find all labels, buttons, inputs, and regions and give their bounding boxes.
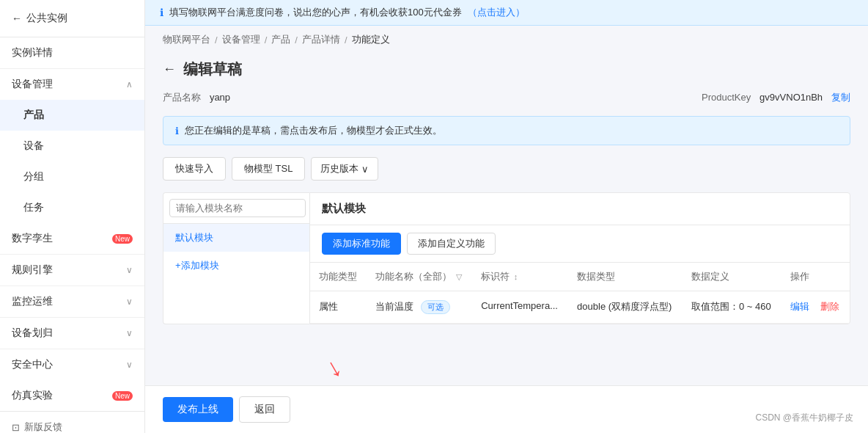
info-icon: ℹ <box>160 7 163 18</box>
sidebar-item-assign[interactable]: 设备划归 ∨ <box>0 317 144 349</box>
tab-add-custom[interactable]: 添加自定义功能 <box>407 233 496 255</box>
notice-bar: ℹ 填写物联网平台满意度问卷，说出您的心声，有机会收获100元代金券 （点击进入… <box>145 0 868 26</box>
col-name: 功能名称（全部） ▽ <box>367 263 472 291</box>
breadcrumb-iot[interactable]: 物联网平台 <box>163 33 210 46</box>
table-container: 功能类型 功能名称（全部） ▽ 标识符 ↕ 数据类型 数 <box>310 263 850 324</box>
draft-info-icon: ℹ <box>175 125 179 137</box>
right-panel: 默认模块 添加标准功能 添加自定义功能 功能类型 功能名称（全部） ▽ <box>309 192 850 324</box>
product-name-label: 产品名称 <box>163 92 201 103</box>
left-panel: 🔍 + 默认模块 +添加模块 <box>163 192 309 324</box>
chevron-up-icon: ∧ <box>126 79 133 90</box>
product-name-section: 产品名称 yanp <box>163 91 230 104</box>
cell-name: 当前温度 可选 <box>367 291 472 324</box>
right-panel-title: 默认模块 <box>310 193 850 225</box>
sidebar-item-task[interactable]: 任务 <box>0 192 144 223</box>
col-identifier: 标识符 ↕ <box>472 263 568 291</box>
title-back-arrow[interactable]: ← <box>163 62 176 77</box>
sidebar-item-sim[interactable]: 仿真实验 New <box>0 380 144 411</box>
col-actions: 操作 <box>781 263 850 291</box>
feedback-icon: ⊡ <box>12 422 20 433</box>
sidebar-back-label: 公共实例 <box>26 12 67 25</box>
page-content-area: ← 编辑草稿 产品名称 yanp ProductKey gv9vVNO1nBh … <box>145 54 868 385</box>
two-panel-area: 🔍 + 默认模块 +添加模块 默认模块 添加标准功能 添加自定义功能 <box>163 192 850 324</box>
module-search-row: 🔍 + <box>163 193 309 224</box>
sidebar-header[interactable]: ← 公共实例 <box>0 0 144 37</box>
col-data-type: 数据类型 <box>568 263 683 291</box>
new-badge-sim: New <box>112 391 133 401</box>
cell-data-type: double (双精度浮点型) <box>568 291 683 324</box>
product-name-value: yanp <box>210 92 230 103</box>
chevron-down-icon: ∨ <box>126 360 133 370</box>
table-header-row: 功能类型 功能名称（全部） ▽ 标识符 ↕ 数据类型 数 <box>310 263 850 291</box>
chevron-down-icon: ∨ <box>126 328 133 338</box>
breadcrumb-device-mgmt[interactable]: 设备管理 <box>222 33 260 46</box>
publish-button[interactable]: 发布上线 <box>163 397 233 422</box>
sidebar-feedback[interactable]: ⊡ 新版反馈 <box>0 411 144 433</box>
tab-add-standard[interactable]: 添加标准功能 <box>322 233 401 255</box>
new-badge: New <box>112 234 133 244</box>
cell-identifier: CurrentTempera... <box>472 291 568 324</box>
page-title: 编辑草稿 <box>183 59 242 79</box>
sidebar-item-product[interactable]: 产品 <box>0 100 144 131</box>
page-title-row: ← 编辑草稿 <box>163 54 850 79</box>
sidebar-item-device[interactable]: 设备 <box>0 131 144 161</box>
feature-table: 功能类型 功能名称（全部） ▽ 标识符 ↕ 数据类型 数 <box>310 263 850 324</box>
notice-text: 填写物联网平台满意度问卷，说出您的心声，有机会收获100元代金券 <box>169 6 462 19</box>
breadcrumb-product-detail[interactable]: 产品详情 <box>302 33 340 46</box>
cell-data-def: 取值范围：0 ~ 460 <box>683 291 781 324</box>
col-type: 功能类型 <box>310 263 367 291</box>
draft-notice-text: 您正在编辑的是草稿，需点击发布后，物模型才会正式生效。 <box>185 124 442 137</box>
sidebar-item-group[interactable]: 分组 <box>0 161 144 192</box>
footer-attribution: CSDN @香蕉牛奶椰子皮 <box>755 412 853 424</box>
chevron-down-icon: ∨ <box>126 296 133 307</box>
product-key-value: gv9vVNO1nBh <box>760 92 823 103</box>
cell-type: 属性 <box>310 291 367 324</box>
breadcrumb-current: 功能定义 <box>352 33 390 46</box>
copy-button[interactable]: 复制 <box>831 92 850 103</box>
tsl-button[interactable]: 物模型 TSL <box>232 157 305 181</box>
sidebar-item-security[interactable]: 安全中心 ∨ <box>0 349 144 380</box>
sidebar-item-rule[interactable]: 规则引擎 ∨ <box>0 254 144 285</box>
product-key-label: ProductKey <box>702 92 751 103</box>
optional-tag: 可选 <box>421 300 450 314</box>
breadcrumb: 物联网平台 / 设备管理 / 产品 / 产品详情 / 功能定义 <box>145 26 868 54</box>
chevron-down-icon: ∨ <box>126 265 133 275</box>
back-button[interactable]: 返回 <box>239 396 290 423</box>
sidebar-item-monitor[interactable]: 监控运维 ∨ <box>0 285 144 317</box>
sidebar-item-digital-twin[interactable]: 数字孪生 New <box>0 223 144 254</box>
product-key-section: ProductKey gv9vVNO1nBh 复制 <box>702 91 850 104</box>
cell-actions: 编辑 删除 <box>781 291 850 324</box>
module-search-input[interactable] <box>169 199 306 217</box>
import-button[interactable]: 快速导入 <box>163 157 226 181</box>
filter-icon[interactable]: ▽ <box>456 272 462 281</box>
add-module-button[interactable]: +添加模块 <box>163 252 309 280</box>
toolbar: 快速导入 物模型 TSL 历史版本 ∨ <box>163 157 850 181</box>
edit-link[interactable]: 编辑 <box>790 301 809 312</box>
chevron-down-icon: ∨ <box>361 164 369 175</box>
sidebar-item-device-mgmt[interactable]: 设备管理 ∧ <box>0 68 144 100</box>
breadcrumb-product[interactable]: 产品 <box>271 33 290 46</box>
sidebar: ← 公共实例 实例详情 设备管理 ∧ 产品 设备 分组 任务 数字孪生 New … <box>0 0 145 433</box>
bottom-bar: 发布上线 返回 <box>145 385 868 433</box>
default-module-item[interactable]: 默认模块 <box>163 224 309 252</box>
notice-link[interactable]: （点击进入） <box>468 6 525 19</box>
sort-icon[interactable]: ↕ <box>514 272 518 281</box>
delete-link[interactable]: 删除 <box>820 301 839 312</box>
draft-notice: ℹ 您正在编辑的是草稿，需点击发布后，物模型才会正式生效。 <box>163 116 850 145</box>
main-content: ℹ 填写物联网平台满意度问卷，说出您的心声，有机会收获100元代金券 （点击进入… <box>145 0 868 433</box>
history-button[interactable]: 历史版本 ∨ <box>311 157 378 181</box>
table-row: 属性 当前温度 可选 CurrentTempera... double (双精度… <box>310 291 850 324</box>
right-panel-tabs: 添加标准功能 添加自定义功能 <box>310 225 850 263</box>
sidebar-item-instance[interactable]: 实例详情 <box>0 37 144 68</box>
col-data-def: 数据定义 <box>683 263 781 291</box>
back-arrow-icon: ← <box>12 12 22 24</box>
product-info-row: 产品名称 yanp ProductKey gv9vVNO1nBh 复制 <box>163 91 850 104</box>
